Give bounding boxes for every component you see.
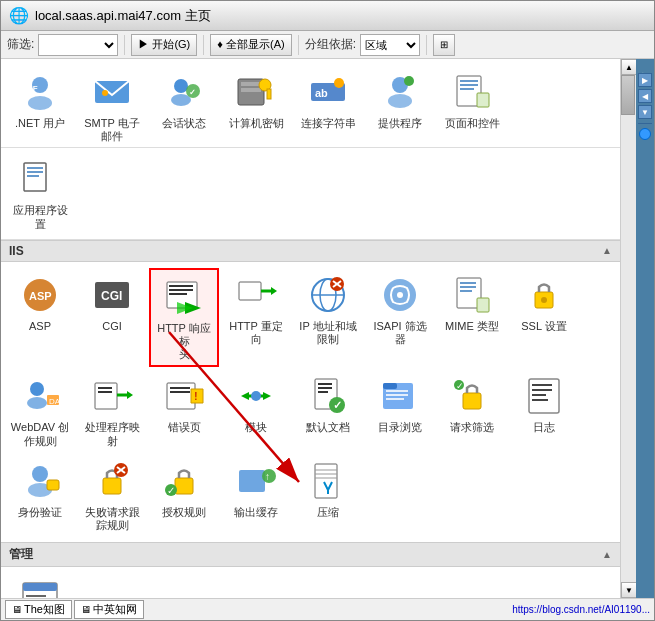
app-settings-icon xyxy=(19,158,61,200)
icon-item-http-response[interactable]: HTTP 响应标头 xyxy=(149,268,219,368)
svg-rect-51 xyxy=(460,282,476,284)
icon-item-logging[interactable]: 日志 xyxy=(509,369,579,451)
icon-box-smtp xyxy=(89,69,135,115)
icon-item-app-settings[interactable]: 应用程序设置 xyxy=(5,152,75,234)
icon-label-ssl: SSL 设置 xyxy=(521,320,566,333)
icon-item-session[interactable]: ✓ 会话状态 xyxy=(149,65,219,147)
toolbar: 筛选: ▶ 开始(G) ♦ 全部显示(A) 分组依据: 区域 ⊞ xyxy=(1,31,654,59)
icon-item-isapi[interactable]: ISAPI 筛选器 xyxy=(365,268,435,368)
icon-item-net-user[interactable]: AF .NET 用户 xyxy=(5,65,75,147)
icon-box-isapi xyxy=(377,272,423,318)
icon-item-config-editor[interactable]: 配置编辑器 xyxy=(5,573,75,598)
svg-rect-91 xyxy=(532,389,552,391)
icon-item-asp[interactable]: ASP ASP xyxy=(5,268,75,368)
icon-item-modules[interactable]: 模块 xyxy=(221,369,291,451)
icon-item-smtp[interactable]: SMTP 电子邮件 xyxy=(77,65,147,147)
icon-item-compress[interactable]: 压缩 xyxy=(293,454,363,536)
icon-item-default-doc[interactable]: ✓ 默认文档 xyxy=(293,369,363,451)
icon-item-fail-request[interactable]: 失败请求跟踪规则 xyxy=(77,454,147,536)
scroll-down-btn[interactable]: ▼ xyxy=(621,582,637,598)
scrollbar[interactable]: ▲ ▼ xyxy=(620,59,636,598)
svg-point-4 xyxy=(102,90,108,96)
ops-btn-1[interactable]: ▶ xyxy=(638,73,652,87)
icon-item-output-cache[interactable]: ↑ 输出缓存 xyxy=(221,454,291,536)
icon-item-http-redirect[interactable]: HTTP 重定向 xyxy=(221,268,291,368)
svg-rect-107 xyxy=(315,464,337,498)
pages-controls-icon xyxy=(451,71,493,113)
svg-rect-63 xyxy=(98,391,112,393)
icon-item-machine-key[interactable]: 计算机密钥 xyxy=(221,65,291,147)
content-area: AF .NET 用户 SMTP 电子邮件 xyxy=(1,59,620,598)
management-section-toggle[interactable]: ▲ xyxy=(602,549,612,560)
scroll-track xyxy=(621,75,636,582)
icon-item-auth[interactable]: 身份验证 xyxy=(5,454,75,536)
icon-box-webdav: DAV xyxy=(17,373,63,419)
icon-item-request-filter[interactable]: ✓ 请求筛选 xyxy=(437,369,507,451)
app-window: 🌐 local.saas.api.mai47.com 主页 筛选: ▶ 开始(G… xyxy=(0,0,655,621)
icon-label-asp: ASP xyxy=(29,320,51,333)
scroll-up-btn[interactable]: ▲ xyxy=(621,59,637,75)
icon-box-asp: ASP xyxy=(17,272,63,318)
icon-item-ip-restrict[interactable]: IP 地址和域限制 xyxy=(293,268,363,368)
icon-item-authz[interactable]: ✓ 授权规则 xyxy=(149,454,219,536)
machine-key-icon xyxy=(235,71,277,113)
compress-icon xyxy=(307,460,349,502)
icon-item-connection-str[interactable]: ab 连接字符串 xyxy=(293,65,363,147)
icon-item-dir-browse[interactable]: 目录浏览 xyxy=(365,369,435,451)
cgi-icon: CGI xyxy=(91,274,133,316)
icon-label-http-response: HTTP 响应标头 xyxy=(155,322,213,362)
window-title: local.saas.api.mai47.com 主页 xyxy=(35,7,211,25)
ops-btn-3[interactable]: ▼ xyxy=(638,105,652,119)
status-tab-2[interactable]: 🖥 中英知网 xyxy=(74,600,144,619)
icon-item-webdav[interactable]: DAV WebDAV 创作规则 xyxy=(5,369,75,451)
ops-blue-dot[interactable] xyxy=(639,128,651,140)
filter-dropdown[interactable] xyxy=(38,34,118,56)
svg-point-74 xyxy=(251,391,261,401)
start-button[interactable]: ▶ 开始(G) xyxy=(131,34,197,56)
icon-box-machine-key xyxy=(233,69,279,115)
svg-point-1 xyxy=(28,96,52,110)
status-tab-2-icon: 🖥 xyxy=(81,604,91,615)
iis-section-toggle[interactable]: ▲ xyxy=(602,245,612,256)
icon-box-app-settings xyxy=(17,156,63,202)
icon-item-error[interactable]: ! 错误页 xyxy=(149,369,219,451)
icon-box-modules xyxy=(233,373,279,419)
svg-point-56 xyxy=(541,297,547,303)
smtp-icon xyxy=(91,71,133,113)
svg-point-18 xyxy=(388,94,412,108)
svg-rect-83 xyxy=(386,390,408,392)
ops-btn-2[interactable]: ◀ xyxy=(638,89,652,103)
svg-text:!: ! xyxy=(194,390,198,402)
logging-icon xyxy=(523,375,565,417)
groupby-dropdown[interactable]: 区域 xyxy=(360,34,420,56)
svg-rect-52 xyxy=(460,286,476,288)
icon-box-config-editor xyxy=(17,577,63,598)
icon-item-cgi[interactable]: CGI CGI xyxy=(77,268,147,368)
icon-label-mime: MIME 类型 xyxy=(445,320,499,333)
svg-text:✓: ✓ xyxy=(456,381,464,391)
icon-item-pages-controls[interactable]: 页面和控件 xyxy=(437,65,507,147)
filter-label: 筛选: xyxy=(7,36,34,53)
icon-box-authz: ✓ xyxy=(161,458,207,504)
icon-item-providers[interactable]: 提供程序 xyxy=(365,65,435,147)
svg-marker-72 xyxy=(263,392,271,400)
icon-item-mime[interactable]: MIME 类型 xyxy=(437,268,507,368)
svg-rect-10 xyxy=(241,82,261,86)
icon-box-compress xyxy=(305,458,351,504)
icon-item-handler[interactable]: 处理程序映射 xyxy=(77,369,147,451)
svg-text:CGI: CGI xyxy=(101,289,122,303)
icon-item-ssl[interactable]: SSL 设置 xyxy=(509,268,579,368)
view-button[interactable]: ⊞ xyxy=(433,34,455,56)
status-tab-1[interactable]: 🖥 The知图 xyxy=(5,600,72,619)
svg-rect-23 xyxy=(460,88,474,90)
show-all-button[interactable]: ♦ 全部显示(A) xyxy=(210,34,291,56)
svg-marker-73 xyxy=(241,392,249,400)
scroll-thumb[interactable] xyxy=(621,75,635,115)
fail-request-icon xyxy=(91,460,133,502)
icon-label-ip-restrict: IP 地址和域限制 xyxy=(299,320,356,346)
asp-icon: ASP xyxy=(19,274,61,316)
right-ops-panel: 操 ▶ ◀ ▼ xyxy=(636,59,654,598)
icon-label-compress: 压缩 xyxy=(317,506,339,519)
icon-label-request-filter: 请求筛选 xyxy=(450,421,494,434)
svg-rect-28 xyxy=(27,175,39,177)
